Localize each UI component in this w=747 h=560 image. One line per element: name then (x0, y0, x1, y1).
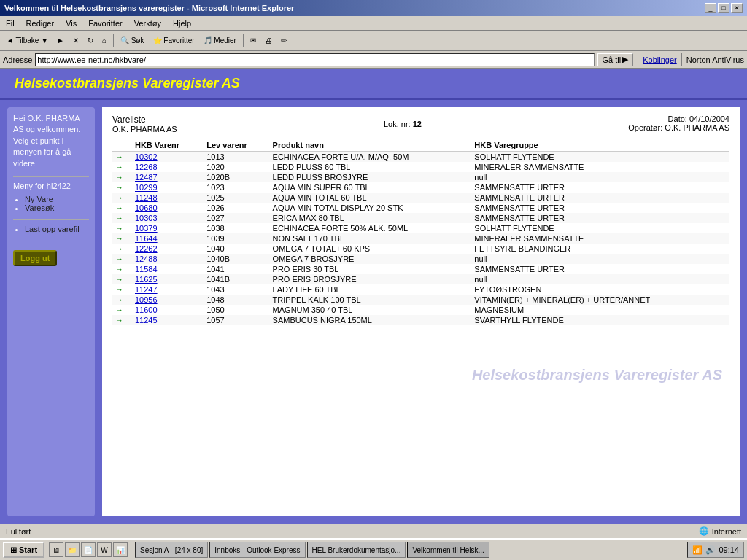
refresh-button[interactable]: ↻ (84, 33, 97, 49)
table-row: → 11644 1039 NON SALT 170 TBL MINERALER … (112, 233, 729, 244)
row-lev-varenr: 1027 (204, 213, 269, 223)
row-lev-varenr: 1043 (204, 284, 269, 295)
row-hkb-varenr[interactable]: 11584 (132, 264, 204, 274)
row-arrow: → (112, 172, 132, 182)
row-hkb-varenr[interactable]: 10299 (132, 182, 204, 192)
address-input[interactable] (35, 53, 594, 66)
separator-2 (243, 34, 244, 47)
row-arrow: → (112, 233, 132, 244)
window-controls: _ □ ✕ (705, 3, 743, 13)
home-button[interactable]: ⌂ (98, 33, 110, 49)
row-varegruppe: SAMMENSATTE URTER (471, 182, 729, 192)
address-label: Adresse (3, 55, 32, 64)
taskbar-icon-1[interactable]: 🖥 (49, 542, 63, 557)
taskbar-prog-velkommen-label: Velkommen til Helsk... (412, 546, 484, 554)
menu-fil[interactable]: Fil (3, 18, 18, 28)
edit-button[interactable]: ✏ (277, 33, 290, 49)
menu-vis[interactable]: Vis (63, 18, 80, 28)
row-hkb-varenr[interactable]: 10379 (132, 223, 204, 233)
table-row: → 10680 1026 AQUA MIN TOTAL DISPLAY 20 S… (112, 203, 729, 213)
start-button[interactable]: ⊞ Start (3, 542, 44, 558)
sidebar-menu-label: Meny for hl2422 (13, 182, 89, 190)
operator-info: Operatør: O.K. PHARMA AS (628, 123, 729, 132)
address-bar: Adresse Gå til ▶ Koblinger Norton AntiVi… (0, 51, 747, 69)
media-button[interactable]: 🎵 Medier (200, 33, 240, 49)
row-produkt-navn: MAGNUM 350 40 TBL (270, 305, 472, 315)
row-hkb-varenr[interactable]: 11644 (132, 233, 204, 244)
back-button[interactable]: ◄ Tilbake ▼ (3, 33, 52, 49)
clock: 09:14 (719, 545, 739, 554)
menu-rediger[interactable]: Rediger (23, 18, 58, 28)
status-bar: Fullført 🌐 Internett (0, 524, 747, 538)
taskbar-icon-3[interactable]: 📄 (81, 542, 96, 557)
row-hkb-varenr[interactable]: 11245 (132, 315, 204, 325)
row-hkb-varenr[interactable]: 12488 (132, 254, 204, 264)
sidebar-divider-2 (13, 219, 89, 220)
mail-button[interactable]: ✉ (247, 33, 260, 49)
maximize-button[interactable]: □ (718, 3, 729, 13)
menu-favoritter[interactable]: Favoritter (85, 18, 125, 28)
row-hkb-varenr[interactable]: 10956 (132, 295, 204, 305)
row-produkt-navn: AQUA MIN SUPER 60 TBL (270, 182, 472, 192)
taskbar-icon-5[interactable]: 📊 (113, 542, 128, 557)
taskbar-prog-hel-label: HEL Brukerdokumentasjo... (312, 546, 401, 554)
search-button[interactable]: 🔍 Søk (117, 33, 148, 49)
vareliste-label: Vareliste (112, 114, 177, 125)
row-varegruppe: SVARTHYLL FLYTENDE (471, 315, 729, 325)
taskbar-prog-hel[interactable]: HEL Brukerdokumentasjo... (307, 542, 406, 558)
toolbar: ◄ Tilbake ▼ ► ✕ ↻ ⌂ 🔍 Søk ⭐ Favoritter 🎵… (0, 31, 747, 51)
sidebar-item-last-opp[interactable]: Last opp varefil (25, 225, 80, 233)
taskbar-prog-outlook[interactable]: Innboks - Outlook Express (209, 542, 305, 558)
row-produkt-navn: LEDD PLUSS 60 TBL (270, 162, 472, 172)
row-hkb-varenr[interactable]: 10680 (132, 203, 204, 213)
minimize-button[interactable]: _ (705, 3, 716, 13)
start-label: Start (19, 545, 37, 554)
sidebar-menu-list: Ny Vare Varesøk (25, 195, 89, 212)
taskbar-icon-4[interactable]: W (97, 542, 112, 557)
content-header-left: Vareliste O.K. PHARMA AS (112, 114, 177, 133)
row-hkb-varenr[interactable]: 11247 (132, 284, 204, 295)
stop-button[interactable]: ✕ (69, 33, 82, 49)
norton-button[interactable]: Norton AntiVirus (686, 55, 744, 64)
main-content: Vareliste O.K. PHARMA AS Lok. nr: 12 Dat… (102, 107, 740, 516)
links-button[interactable]: Koblinger (643, 55, 676, 64)
row-hkb-varenr[interactable]: 12262 (132, 244, 204, 254)
row-hkb-varenr[interactable]: 11600 (132, 305, 204, 315)
row-hkb-varenr[interactable]: 11248 (132, 192, 204, 203)
row-hkb-varenr[interactable]: 12487 (132, 172, 204, 182)
col-hkb-varenr: HKB Varenr (132, 139, 204, 152)
forward-button[interactable]: ► (53, 33, 68, 49)
operator-value: O.K. PHARMA AS (665, 123, 729, 132)
menu-verktoy[interactable]: Verktøy (131, 18, 164, 28)
sidebar-item-varesok[interactable]: Varesøk (25, 203, 54, 212)
favorites-button[interactable]: ⭐ Favoritter (150, 33, 198, 49)
taskbar-prog-sesjon-label: Sesjon A - [24 x 80] (140, 546, 203, 554)
print-button[interactable]: 🖨 (261, 33, 276, 49)
row-hkb-varenr[interactable]: 11625 (132, 274, 204, 284)
row-hkb-varenr[interactable]: 12268 (132, 162, 204, 172)
watermark-text: Helsekostbransjens Vareregister AS (472, 367, 722, 384)
row-hkb-varenr[interactable]: 10302 (132, 152, 204, 163)
row-produkt-navn: TRIPPEL KALK 100 TBL (270, 295, 472, 305)
table-row: → 11600 1050 MAGNUM 350 40 TBL MAGNESIUM (112, 305, 729, 315)
row-lev-varenr: 1020B (204, 172, 269, 182)
taskbar-prog-sesjon[interactable]: Sesjon A - [24 x 80] (135, 542, 208, 558)
row-varegruppe: FYTOØSTROGEN (471, 284, 729, 295)
row-lev-varenr: 1025 (204, 192, 269, 203)
dato-label: Dato: (668, 114, 687, 123)
taskbar-icon-2[interactable]: 📁 (65, 542, 80, 557)
zone-text: Internett (712, 527, 741, 536)
close-button[interactable]: ✕ (731, 3, 743, 13)
row-hkb-varenr[interactable]: 10303 (132, 213, 204, 223)
taskbar-prog-velkommen[interactable]: Velkommen til Helsk... (407, 542, 489, 558)
content-header-right: Dato: 04/10/2004 Operatør: O.K. PHARMA A… (628, 114, 729, 133)
row-varegruppe: null (471, 254, 729, 264)
page-body: Hei O.K. PHARMA AS og velkommen. Velg et… (0, 100, 747, 524)
logout-button[interactable]: Logg ut (13, 250, 57, 266)
sidebar-item-ny-vare[interactable]: Ny Vare (25, 195, 53, 203)
row-arrow: → (112, 182, 132, 192)
table-row: → 10956 1048 TRIPPEL KALK 100 TBL VITAMI… (112, 295, 729, 305)
menu-hjelp[interactable]: Hjelp (170, 18, 194, 28)
go-button[interactable]: Gå til ▶ (597, 53, 634, 66)
firma-name: O.K. PHARMA AS (112, 125, 177, 133)
